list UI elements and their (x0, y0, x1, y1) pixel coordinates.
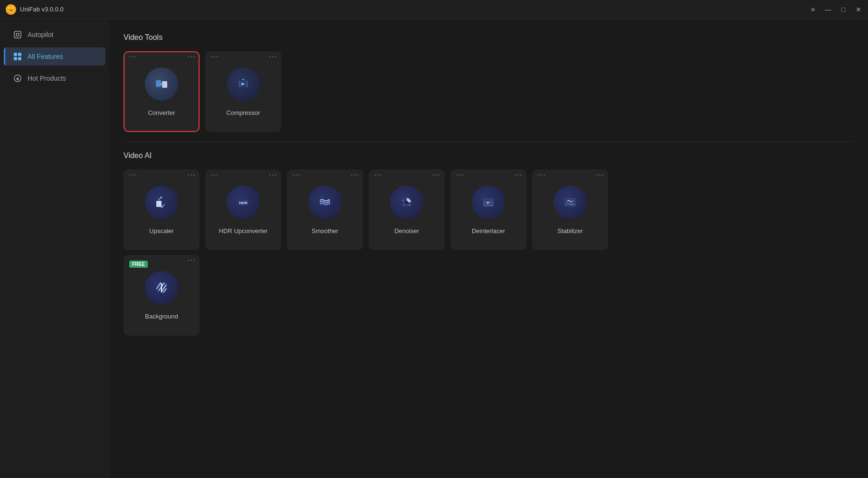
free-badge: FREE (129, 261, 148, 268)
titlebar-controls: ≡ — □ ✕ (809, 6, 862, 13)
svg-rect-11 (246, 81, 248, 87)
deinterlacer-card[interactable]: Deinterlacer (450, 169, 526, 250)
compressor-icon-circle (227, 67, 260, 101)
svg-rect-23 (565, 198, 575, 206)
titlebar: 🐱 UniFab v3.0.0.0 ≡ — □ ✕ (0, 0, 868, 19)
background-icon-circle (145, 271, 178, 304)
hdr-label: HDR Upconverter (219, 227, 268, 234)
app-logo: 🐱 (6, 4, 16, 15)
all-features-label: All Features (28, 53, 63, 60)
smoother-label: Smoother (312, 227, 338, 234)
svg-point-17 (402, 200, 403, 201)
card-dots-right-comp (269, 56, 277, 57)
sidebar-item-all-features[interactable]: All Features (4, 47, 105, 66)
sidebar-item-autopilot[interactable]: Autopilot (4, 26, 105, 44)
hot-products-label: Hot Products (28, 75, 66, 82)
video-tools-section: Video Tools (124, 33, 854, 132)
video-ai-title: Video AI (124, 151, 854, 160)
denoiser-card[interactable]: Denoiser (369, 169, 445, 250)
svg-rect-10 (238, 81, 240, 87)
converter-card[interactable]: Converter (124, 51, 200, 132)
stabilizer-card[interactable]: Stabilizer (532, 169, 608, 250)
upscaler-label: Upscaler (149, 227, 173, 234)
svg-rect-4 (14, 57, 17, 60)
svg-rect-2 (14, 53, 17, 56)
upscaler-icon-circle (145, 186, 178, 219)
svg-rect-7 (156, 80, 161, 87)
video-tools-grid: Converter (124, 51, 854, 132)
minimize-button[interactable]: — (824, 6, 832, 13)
hdr-icon-circle: HDR (227, 186, 260, 219)
background-card[interactable]: FREE (124, 255, 200, 336)
sidebar: Autopilot All Features Hot Products (0, 19, 109, 478)
converter-label: Converter (148, 109, 175, 116)
video-ai-grid-row2: FREE (124, 255, 854, 336)
app-title: UniFab v3.0.0.0 (20, 6, 64, 13)
converter-icon-circle (145, 67, 178, 101)
video-ai-section: Video AI Upscaler (124, 151, 854, 336)
denoiser-label: Denoiser (394, 227, 419, 234)
deinterlacer-icon-circle (472, 186, 505, 219)
stabilizer-label: Stabilizer (557, 227, 582, 234)
hdr-upconverter-card[interactable]: HDR HDR Upconverter (205, 169, 281, 250)
svg-rect-5 (18, 57, 21, 60)
svg-rect-12 (156, 201, 162, 207)
svg-point-16 (405, 201, 408, 204)
autopilot-label: Autopilot (28, 31, 53, 38)
denoiser-icon-circle (390, 186, 423, 219)
card-dots-left (129, 56, 136, 57)
sidebar-item-hot-products[interactable]: Hot Products (4, 69, 105, 87)
fire-icon (13, 74, 22, 83)
svg-rect-22 (483, 204, 494, 206)
app-body: Autopilot All Features Hot Products (0, 19, 868, 478)
card-dots-right (188, 56, 195, 57)
svg-rect-20 (483, 198, 494, 201)
upscaler-card[interactable]: Upscaler (124, 169, 200, 250)
card-dots-left-comp (211, 56, 218, 57)
section-divider (124, 141, 854, 142)
titlebar-left: 🐱 UniFab v3.0.0.0 (6, 4, 64, 15)
video-ai-grid: Upscaler HDR HDR Upconverter (124, 169, 854, 250)
autopilot-icon (13, 30, 22, 39)
smoother-icon-circle (308, 186, 342, 219)
main-content: Video Tools (109, 19, 868, 478)
compressor-card[interactable]: Compressor (205, 51, 281, 132)
close-button[interactable]: ✕ (855, 6, 862, 13)
svg-rect-3 (18, 53, 21, 56)
svg-point-19 (409, 204, 410, 205)
svg-point-18 (403, 205, 404, 206)
stabilizer-icon-circle (553, 186, 587, 219)
maximize-button[interactable]: □ (839, 6, 847, 13)
svg-rect-0 (14, 31, 21, 38)
video-tools-title: Video Tools (124, 33, 854, 42)
svg-text:HDR: HDR (239, 201, 248, 205)
svg-point-1 (16, 33, 19, 36)
smoother-card[interactable]: Smoother (287, 169, 363, 250)
grid-icon (13, 52, 22, 61)
deinterlacer-label: Deinterlacer (472, 227, 505, 234)
menu-button[interactable]: ≡ (809, 6, 817, 13)
background-label: Background (145, 313, 178, 320)
compressor-label: Compressor (227, 109, 260, 116)
